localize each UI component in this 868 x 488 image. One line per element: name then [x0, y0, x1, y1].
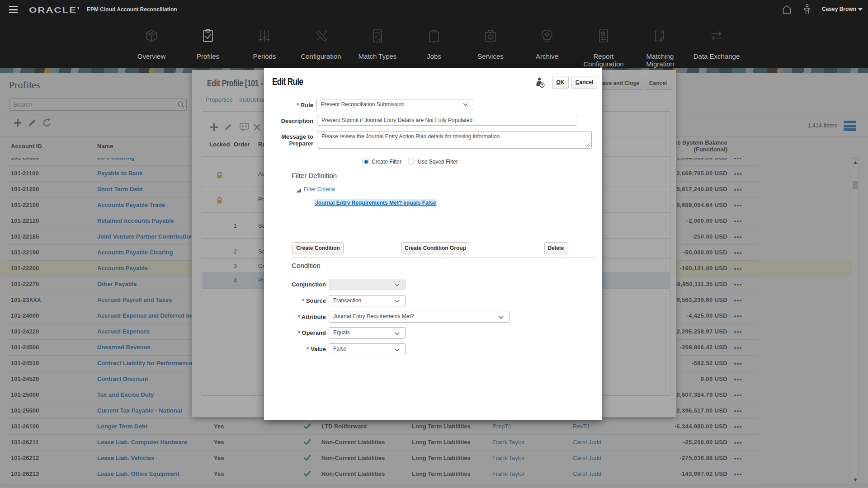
svg-text:?: ?	[541, 83, 543, 88]
